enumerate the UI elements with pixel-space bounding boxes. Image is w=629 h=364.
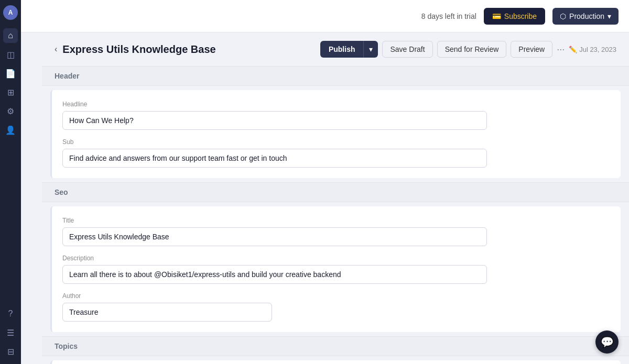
- layers-icon[interactable]: ◫: [3, 47, 18, 62]
- seo-section-content: Title Description Author: [50, 206, 621, 332]
- help-icon[interactable]: ?: [3, 306, 18, 321]
- topics-section-content: 🔗 Add reference: [50, 360, 621, 364]
- header-section-content: Headline Sub: [50, 90, 621, 178]
- subscribe-label: Subscribe: [504, 12, 537, 20]
- page-header: ‹ Express Utils Knowledge Base Publish ▾…: [42, 32, 629, 66]
- production-button[interactable]: ⬡ Production ▾: [552, 8, 619, 25]
- toolbar: Publish ▾ Save Draft Send for Review Pre…: [320, 41, 616, 58]
- seo-section: Seo Title Description Author: [42, 182, 629, 332]
- preview-button[interactable]: Preview: [511, 41, 552, 58]
- header-section-label: Header: [42, 66, 629, 86]
- headline-label: Headline: [62, 101, 610, 108]
- header-section: Header Headline Sub: [42, 66, 629, 178]
- back-button[interactable]: ‹: [55, 45, 57, 54]
- publish-dropdown-button[interactable]: ▾: [363, 41, 378, 58]
- title-field-group: Title: [62, 217, 610, 246]
- subscribe-button[interactable]: 💳 Subscribe: [484, 8, 545, 25]
- production-icon: ⬡: [560, 12, 566, 20]
- sub-input[interactable]: [62, 149, 487, 168]
- description-input[interactable]: [62, 265, 487, 284]
- author-label: Author: [62, 292, 610, 300]
- trial-text: 8 days left in trial: [421, 12, 476, 20]
- sub-label: Sub: [62, 138, 610, 146]
- stack-icon[interactable]: ⊟: [3, 344, 18, 359]
- grid-icon[interactable]: ⊞: [3, 85, 18, 100]
- topbar: 8 days left in trial 💳 Subscribe ⬡ Produ…: [21, 0, 629, 32]
- chat-bubble-button[interactable]: 💬: [595, 330, 619, 354]
- description-label: Description: [62, 255, 610, 262]
- page-title: Express Utils Knowledge Base: [62, 43, 215, 56]
- seo-section-label: Seo: [42, 182, 629, 202]
- more-options-button[interactable]: ···: [557, 44, 565, 55]
- date-label: ✏️ Jul 23, 2023: [569, 46, 616, 53]
- chevron-down-icon: ▾: [608, 12, 611, 20]
- pencil-icon: ✏️: [569, 46, 577, 53]
- settings-icon[interactable]: ☰: [3, 325, 18, 340]
- title-label: Title: [62, 217, 610, 224]
- author-input[interactable]: [62, 303, 272, 322]
- main-content: ‹ Express Utils Knowledge Base Publish ▾…: [42, 32, 629, 364]
- topics-section-label: Topics: [42, 336, 629, 356]
- users-icon[interactable]: 👤: [3, 123, 18, 137]
- author-field-group: Author: [62, 292, 610, 322]
- sub-field-group: Sub: [62, 138, 610, 168]
- title-input[interactable]: [62, 227, 487, 246]
- description-field-group: Description: [62, 255, 610, 284]
- puzzle-icon[interactable]: ⚙: [3, 104, 18, 118]
- sidebar: A ⌂ ◫ 📄 ⊞ ⚙ 👤 ? ☰ ⊟: [0, 0, 21, 364]
- document-icon[interactable]: 📄: [3, 66, 18, 81]
- save-draft-button[interactable]: Save Draft: [382, 41, 432, 58]
- production-label: Production: [569, 12, 604, 20]
- send-review-button[interactable]: Send for Review: [437, 41, 507, 58]
- headline-input[interactable]: [62, 111, 487, 130]
- topics-section: Topics 🔗 Add reference: [42, 336, 629, 364]
- avatar[interactable]: A: [3, 5, 18, 20]
- publish-button[interactable]: Publish: [320, 41, 364, 58]
- subscribe-icon: 💳: [492, 12, 501, 20]
- headline-field-group: Headline: [62, 101, 610, 130]
- home-icon[interactable]: ⌂: [3, 28, 18, 43]
